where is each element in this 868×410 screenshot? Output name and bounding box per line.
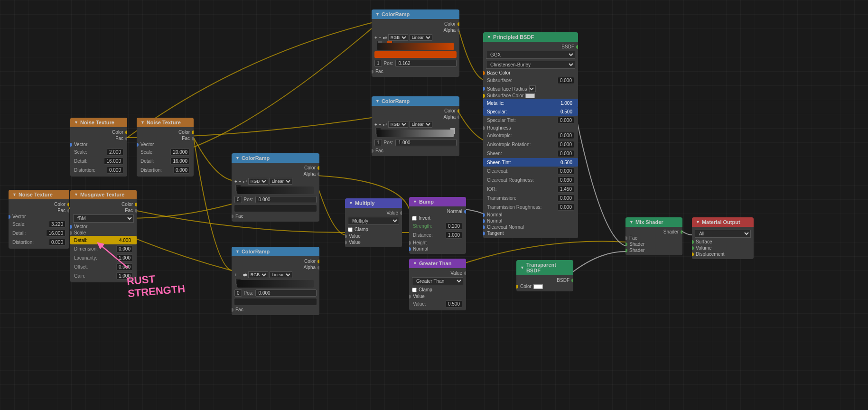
- musgrave-collapse[interactable]: ▼: [74, 192, 78, 197]
- collapse-arrow-2[interactable]: ▼: [74, 120, 78, 125]
- collapse-arrow-3[interactable]: ▼: [140, 120, 145, 125]
- bump-invert[interactable]: [412, 216, 417, 221]
- cr1-bar[interactable]: [377, 43, 454, 50]
- cr1-controls: + − ⇄ RGB Linear: [372, 33, 459, 42]
- cr3-output-color[interactable]: [317, 166, 319, 170]
- cr2-output-alpha[interactable]: [457, 115, 459, 119]
- distortion-row: Distortion: 0.000: [9, 238, 69, 247]
- colorramp-1-header: ▼ ColorRamp: [372, 9, 459, 19]
- matout-surface-socket[interactable]: [692, 240, 694, 244]
- cr3-controls: + − ⇄ RGB Linear: [232, 177, 319, 186]
- noise-texture-1-header: ▼ Noise Texture: [9, 190, 69, 199]
- matout-volume-socket[interactable]: [692, 246, 694, 250]
- multiply-clamp[interactable]: [348, 227, 353, 232]
- cr2-controls: + − ⇄ RGB Linear: [372, 120, 459, 129]
- pbsdf-clearcoat-normal-socket[interactable]: [483, 225, 485, 229]
- cr3-output-alpha[interactable]: [317, 172, 319, 176]
- pbsdf-dist[interactable]: GGX: [486, 51, 575, 59]
- pbsdf-ss-radius-socket[interactable]: [483, 87, 485, 91]
- ss-color-swatch[interactable]: [525, 93, 535, 98]
- musgrave-output-color[interactable]: [135, 203, 137, 206]
- scale-row: Scale: 3.220: [9, 220, 69, 229]
- distortion-value[interactable]: 0.000: [49, 239, 65, 246]
- cr3-interp[interactable]: Linear: [270, 178, 292, 185]
- gt-clamp[interactable]: [412, 288, 417, 292]
- n2-input-vector[interactable]: [70, 143, 72, 147]
- trans-output[interactable]: [571, 279, 573, 282]
- cr3-input-fac[interactable]: [232, 214, 233, 218]
- scale-value[interactable]: 3.220: [49, 221, 65, 228]
- material-output-node: ▼ Material Output All Surface Volume Dis…: [692, 217, 754, 259]
- pbsdf-normal2-socket[interactable]: [483, 219, 485, 223]
- colorramp-2-header: ▼ ColorRamp: [372, 96, 459, 106]
- gt-output-value[interactable]: [464, 271, 466, 275]
- trans-color-swatch[interactable]: [533, 284, 543, 289]
- multiply-output[interactable]: [400, 211, 402, 215]
- pbsdf-tangent-socket[interactable]: [483, 232, 485, 235]
- principled-bsdf-node: ▼ Principled BSDF BSDF GGX Christensen-B…: [483, 32, 578, 238]
- colorramp-3-node: ▼ ColorRamp Color Alpha + − ⇄ RGB Linear: [232, 153, 319, 222]
- cr1-input-fac[interactable]: [372, 70, 373, 74]
- musgrave-input-scale[interactable]: [70, 231, 72, 235]
- n2-output-fac[interactable]: [125, 137, 127, 140]
- n3-input-vector[interactable]: [137, 143, 139, 147]
- detail-value[interactable]: 16.000: [46, 230, 65, 237]
- cr2-mode[interactable]: RGB: [388, 121, 408, 128]
- pbsdf-roughness-socket[interactable]: [483, 126, 485, 130]
- cr3-mode[interactable]: RGB: [248, 178, 268, 185]
- pbsdf-ss-color-socket[interactable]: [483, 94, 485, 98]
- matout-target[interactable]: All: [695, 230, 751, 238]
- pbsdf-normal-socket[interactable]: [483, 213, 485, 217]
- gt-input-value[interactable]: [409, 295, 411, 298]
- cr2-bar[interactable]: [377, 130, 454, 137]
- cr4-input-fac[interactable]: [232, 308, 233, 312]
- noise-texture-2-node: ▼ Noise Texture Color Fac Vector Scale:2…: [70, 118, 127, 177]
- musgrave-header: ▼ Musgrave Texture: [70, 190, 137, 199]
- gt-type[interactable]: Greater Than: [412, 277, 463, 285]
- cr4-mode[interactable]: RGB: [248, 271, 268, 278]
- cr1-output-color[interactable]: [457, 22, 459, 26]
- musgrave-type-dropdown[interactable]: fBM: [73, 214, 134, 223]
- pbsdf-output[interactable]: [576, 45, 578, 49]
- trans-color-socket[interactable]: [516, 285, 518, 289]
- principled-header: ▼ Principled BSDF: [483, 32, 578, 42]
- matout-displacement-socket[interactable]: [692, 252, 694, 256]
- cr2-interp[interactable]: Linear: [410, 121, 432, 128]
- pbsdf-ss[interactable]: Christensen-Burley: [486, 61, 575, 69]
- multiply-input-value2[interactable]: [345, 241, 347, 244]
- cr1-mode[interactable]: RGB: [388, 34, 408, 41]
- n2-output-color[interactable]: [125, 130, 127, 134]
- mix-output[interactable]: [681, 230, 682, 234]
- collapse-arrow[interactable]: ▼: [12, 192, 17, 197]
- bump-output-normal[interactable]: [464, 210, 466, 214]
- pbsdf-base-color-socket[interactable]: [483, 71, 485, 75]
- output-fac-socket[interactable]: [67, 209, 69, 213]
- n3-output-color[interactable]: [192, 130, 194, 134]
- output-color-socket[interactable]: [67, 203, 69, 206]
- musgrave-output-fac[interactable]: [135, 209, 137, 213]
- cr1-output-alpha[interactable]: [457, 28, 459, 32]
- pbsdf-ss-radius-arrow[interactable]: ▼: [529, 85, 536, 92]
- cr4-interp[interactable]: Linear: [270, 271, 292, 278]
- n3-output-fac[interactable]: [192, 137, 194, 140]
- cr2-output-color[interactable]: [457, 109, 459, 113]
- cr2-input-fac[interactable]: [372, 149, 373, 153]
- noise-texture-1-node: ▼ Noise Texture Color Fac Vector Scale:: [9, 190, 69, 249]
- cr1-interp[interactable]: Linear: [410, 34, 432, 41]
- multiply-input-value1[interactable]: [345, 234, 347, 238]
- noise-texture-3-title: Noise Texture: [147, 120, 181, 125]
- cr4-output-alpha[interactable]: [317, 266, 319, 270]
- mix-fac-socket[interactable]: [625, 236, 627, 240]
- base-color-label: Base Color: [487, 70, 510, 75]
- cr3-bar[interactable]: [237, 186, 314, 194]
- bump-input-normal[interactable]: [409, 247, 411, 251]
- bump-input-height[interactable]: [409, 241, 411, 245]
- cr4-bar[interactable]: [237, 280, 314, 288]
- mix-shader1-socket[interactable]: [625, 242, 627, 246]
- mix-shader2-socket[interactable]: [625, 249, 627, 252]
- cr4-output-color[interactable]: [317, 260, 319, 263]
- input-vector-socket[interactable]: [9, 215, 10, 219]
- multiply-type[interactable]: Multiply: [348, 217, 399, 225]
- noise-texture-3-header: ▼ Noise Texture: [137, 118, 194, 127]
- musgrave-input-vector[interactable]: [70, 225, 72, 229]
